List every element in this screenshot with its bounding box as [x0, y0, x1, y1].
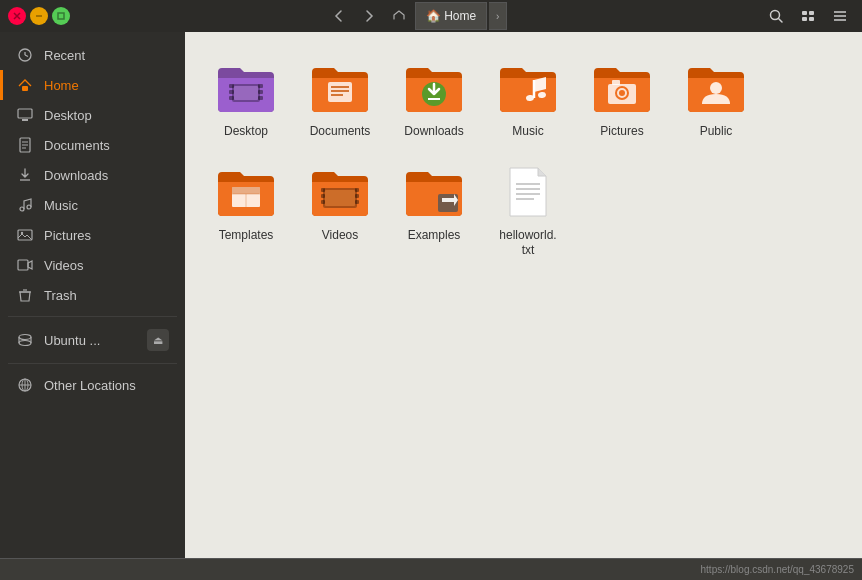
parent-dir-button[interactable] [385, 2, 413, 30]
file-label-documents: Documents [310, 124, 371, 140]
svg-rect-60 [321, 194, 325, 198]
statusbar-url: https://blog.csdn.net/qq_43678925 [701, 564, 854, 575]
svg-point-21 [20, 207, 24, 211]
maximize-button[interactable] [52, 7, 70, 25]
file-item-templates[interactable]: Templates [201, 152, 291, 267]
sidebar-label-documents: Documents [44, 138, 110, 153]
svg-rect-25 [18, 260, 28, 270]
menu-button[interactable] [826, 2, 854, 30]
svg-rect-59 [321, 188, 325, 192]
sidebar-label-trash: Trash [44, 288, 77, 303]
forward-button[interactable] [355, 2, 383, 30]
sidebar-item-downloads[interactable]: Downloads [0, 160, 185, 190]
navigation-controls: 🏠 Home › [325, 2, 507, 30]
sidebar-item-music[interactable]: Music [0, 190, 185, 220]
svg-rect-34 [229, 84, 234, 88]
svg-rect-38 [258, 90, 263, 94]
svg-rect-61 [321, 200, 325, 204]
sidebar-label-videos: Videos [44, 258, 84, 273]
sidebar-label-desktop: Desktop [44, 108, 92, 123]
file-area: Desktop Documents [185, 32, 862, 558]
clock-icon [16, 46, 34, 64]
videos-icon [16, 256, 34, 274]
svg-point-27 [19, 341, 31, 346]
svg-line-12 [25, 55, 28, 57]
file-item-downloads[interactable]: Downloads [389, 48, 479, 148]
music-icon [16, 196, 34, 214]
file-label-templates: Templates [219, 228, 274, 244]
file-item-videos[interactable]: Videos [295, 152, 385, 267]
file-label-helloworld: helloworld.txt [499, 228, 556, 259]
pictures-icon [16, 226, 34, 244]
file-item-helloworld[interactable]: helloworld.txt [483, 152, 573, 267]
home-icon [16, 76, 34, 94]
svg-rect-64 [355, 200, 359, 204]
file-item-public[interactable]: Public [671, 48, 761, 148]
svg-rect-62 [355, 188, 359, 192]
sidebar-divider-2 [8, 363, 177, 364]
breadcrumb[interactable]: 🏠 Home [415, 2, 487, 30]
svg-rect-13 [22, 86, 28, 91]
text-file-icon [496, 160, 560, 224]
sidebar-item-pictures[interactable]: Pictures [0, 220, 185, 250]
toolbar-right [762, 2, 854, 30]
svg-rect-15 [22, 119, 28, 121]
file-item-desktop[interactable]: Desktop [201, 48, 291, 148]
downloads-icon [16, 166, 34, 184]
search-button[interactable] [762, 2, 790, 30]
drive-icon [16, 331, 34, 349]
titlebar: 🏠 Home › [0, 0, 862, 32]
sidebar-item-trash[interactable]: Trash [0, 280, 185, 310]
sidebar-item-other-locations[interactable]: Other Locations [0, 370, 185, 400]
svg-line-2 [778, 19, 782, 23]
svg-rect-39 [258, 96, 263, 100]
close-button[interactable] [8, 7, 26, 25]
file-label-pictures: Pictures [600, 124, 643, 140]
main-area: Recent Home Desktop Documents Downloads [0, 32, 862, 558]
file-item-pictures[interactable]: Pictures [577, 48, 667, 148]
sidebar-label-other: Other Locations [44, 378, 136, 393]
svg-rect-6 [809, 17, 814, 21]
breadcrumb-arrow[interactable]: › [489, 2, 507, 30]
folder-videos-icon [308, 160, 372, 224]
other-locations-icon [16, 376, 34, 394]
file-label-downloads: Downloads [404, 124, 463, 140]
minimize-button[interactable] [30, 7, 48, 25]
svg-rect-14 [18, 109, 32, 118]
sidebar-item-ubuntu[interactable]: Ubuntu ... ⏏ [0, 323, 185, 357]
file-item-documents[interactable]: Documents [295, 48, 385, 148]
file-label-music: Music [512, 124, 543, 140]
sidebar-item-videos[interactable]: Videos [0, 250, 185, 280]
sidebar-item-desktop[interactable]: Desktop [0, 100, 185, 130]
svg-point-51 [619, 90, 625, 96]
documents-icon [16, 136, 34, 154]
file-label-desktop: Desktop [224, 124, 268, 140]
folder-public-icon [684, 56, 748, 120]
view-toggle-button[interactable] [794, 2, 822, 30]
back-button[interactable] [325, 2, 353, 30]
statusbar: https://blog.csdn.net/qq_43678925 [0, 558, 862, 580]
sidebar-item-recent[interactable]: Recent [0, 40, 185, 70]
folder-downloads-icon [402, 56, 466, 120]
svg-rect-3 [802, 11, 807, 15]
sidebar-label-music: Music [44, 198, 78, 213]
svg-rect-65 [325, 190, 355, 206]
svg-rect-52 [612, 80, 620, 85]
svg-rect-63 [355, 194, 359, 198]
svg-rect-37 [258, 84, 263, 88]
sidebar-divider [8, 316, 177, 317]
file-grid: Desktop Documents [201, 48, 846, 267]
file-item-examples[interactable]: Examples [389, 152, 479, 267]
sidebar-item-home[interactable]: Home [0, 70, 185, 100]
sidebar-label-downloads: Downloads [44, 168, 108, 183]
folder-documents-icon [308, 56, 372, 120]
sidebar-item-documents[interactable]: Documents [0, 130, 185, 160]
eject-button[interactable]: ⏏ [147, 329, 169, 351]
sidebar-label-ubuntu: Ubuntu ... [44, 333, 100, 348]
file-item-music[interactable]: Music [483, 48, 573, 148]
svg-rect-0 [58, 13, 64, 19]
svg-rect-41 [328, 82, 352, 102]
sidebar-label-pictures: Pictures [44, 228, 91, 243]
folder-templates-icon [214, 160, 278, 224]
svg-rect-55 [232, 187, 260, 194]
